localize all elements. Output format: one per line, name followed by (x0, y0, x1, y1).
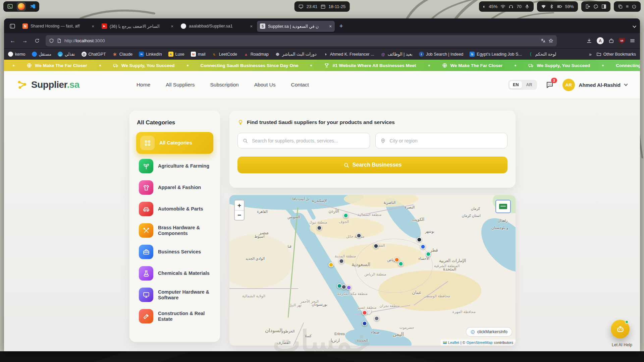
account-icon[interactable]: A (597, 37, 604, 44)
bookmark-item[interactable]: M mail (191, 52, 206, 57)
browser-tab[interactable]: S Supplier.sa | ن في السعودية × (257, 21, 335, 32)
location-input[interactable] (389, 138, 503, 144)
firefox-view-icon[interactable] (7, 21, 18, 32)
nav-link-contact[interactable]: Contact (291, 82, 309, 88)
browser-tab[interactable]: N Shared Hosting — fast, aff × (19, 21, 97, 32)
status-power-pill[interactable]: ≡ (614, 1, 641, 12)
site-logo[interactable]: Supplier.sa (17, 79, 79, 90)
category-item[interactable]: Automobile & Parts (136, 200, 213, 218)
status-group: ◐ 45% 70 59% ≡ (479, 1, 641, 12)
extensions-icon[interactable] (608, 38, 614, 44)
other-bookmarks[interactable]: Other Bookmarks (596, 52, 636, 57)
supplier-marker[interactable] (362, 321, 367, 326)
dock-vscode-icon[interactable] (28, 2, 37, 11)
bookmark-item[interactable]: ▲ Roadmap (244, 52, 269, 57)
bookmark-item[interactable]: A Luxe (168, 52, 184, 57)
supplier-marker[interactable] (398, 261, 403, 266)
lang-ar-button[interactable]: AR (523, 81, 535, 88)
supplier-marker[interactable] (426, 252, 431, 257)
dock-terminal-icon[interactable] (5, 2, 14, 11)
status-tools-pill[interactable] (581, 1, 610, 12)
nav-link-all-suppliers[interactable]: All Suppliers (166, 82, 195, 88)
bookmark-item[interactable]: i Job Search | Indeed (419, 52, 464, 57)
url-bar[interactable]: http://localhost:3000 (46, 35, 557, 46)
supplier-marker[interactable] (337, 284, 342, 289)
bookmark-item[interactable]: ◑ Ahmed K. Freelancer ... (323, 52, 374, 57)
browser-tab[interactable]: aaalabbad/Supplier.sa1 × (178, 21, 256, 32)
supplier-marker[interactable] (373, 243, 378, 248)
page-info-icon[interactable] (57, 38, 62, 43)
status-network-pill[interactable]: 59% (537, 1, 578, 12)
category-item[interactable]: Chemicals & Materials (136, 264, 213, 283)
tab-close-icon[interactable]: × (250, 24, 253, 29)
bookmark-item[interactable]: b Egypt's Leading Job S... (470, 52, 522, 57)
click-markers-info-button[interactable]: clickMarkersInfo (466, 327, 512, 337)
user-menu[interactable]: AR Ahmed Al-Rashid (562, 79, 627, 91)
downloads-icon[interactable] (586, 38, 592, 44)
zoom-in-button[interactable]: + (235, 200, 244, 210)
nav-link-about-us[interactable]: About Us (254, 82, 276, 88)
bookmark-item[interactable]: L LeetCode (212, 52, 237, 57)
status-audio-pill[interactable]: ◐ 45% 70 (479, 1, 534, 12)
browser-tab[interactable]: ▶ (36) الساحر الاضعف بيرجع با × (99, 21, 176, 32)
bookmark-item[interactable]: ن نفذلي (58, 52, 75, 57)
supplier-marker[interactable] (346, 285, 351, 290)
supplier-marker[interactable] (317, 225, 322, 230)
leaflet-link[interactable]: Leaflet (448, 341, 459, 345)
nav-link-home[interactable]: Home (137, 82, 150, 88)
category-item[interactable]: Computer Hardware & Software (136, 286, 213, 304)
translate-icon[interactable] (541, 38, 546, 43)
nav-link-subscription[interactable]: Subscription (210, 82, 238, 88)
bookmark-star-icon[interactable] (548, 38, 553, 43)
bookmarks-overflow-icon[interactable]: » (589, 52, 592, 57)
zoom-out-button[interactable]: − (235, 210, 244, 220)
tab-close-icon[interactable]: × (171, 24, 173, 29)
suppliers-map[interactable]: السعوديةمصراليمنالسودانالأردنقطرعمانارتر… (229, 195, 516, 346)
category-item[interactable]: All Categories (136, 132, 213, 154)
clock-widget[interactable]: 23:41 18-11-25 (294, 1, 350, 12)
supplier-marker[interactable] (341, 284, 346, 289)
supplier-marker[interactable] (356, 233, 361, 238)
category-item[interactable]: Construction & Real Estate (136, 307, 213, 325)
tab-close-icon[interactable]: × (92, 24, 94, 29)
luxe-icon: A (168, 52, 173, 57)
bookmark-item[interactable]: in LinkedIn (139, 52, 162, 57)
bookmark-item[interactable]: ⊕ دورات البث المباشر (275, 52, 317, 57)
ublock-icon[interactable]: U0 (619, 38, 625, 44)
category-item[interactable]: Agriculture & Farming (136, 157, 213, 175)
search-businesses-button[interactable]: Search Businesses (237, 157, 507, 173)
category-item[interactable]: Brass Hardware & Components (136, 221, 213, 240)
supplier-marker[interactable] (417, 237, 422, 242)
ai-help-fab[interactable] (611, 320, 630, 339)
bookmark-item[interactable]: ⟨ لوحة التحكم (528, 52, 556, 57)
new-tab-button[interactable]: + (336, 21, 346, 31)
list-all-tabs-icon[interactable] (633, 23, 635, 29)
category-item[interactable]: Business Services (136, 243, 213, 261)
search-icon (343, 162, 349, 168)
osm-link[interactable]: OpenStreetMap (467, 341, 493, 345)
bookmark-item[interactable]: @ بعيد | الوظائف (381, 52, 413, 57)
bookmark-item[interactable]: ◎ ChatGPT (82, 52, 106, 57)
messages-button[interactable]: 3 (546, 81, 554, 89)
bookmark-item[interactable]: kemo (8, 52, 25, 57)
supplier-marker[interactable] (362, 310, 367, 315)
back-button[interactable]: ← (7, 36, 18, 46)
reload-button[interactable] (32, 36, 42, 46)
category-item[interactable]: Apparel & Fashion (136, 178, 213, 197)
supplier-marker[interactable] (374, 316, 379, 321)
supplier-marker[interactable] (339, 259, 344, 264)
saudi-flag-button[interactable] (495, 200, 511, 213)
forward-button[interactable]: → (19, 36, 30, 46)
search-input[interactable] (251, 138, 365, 144)
app-menu-icon[interactable] (630, 38, 635, 44)
supplier-marker[interactable] (394, 257, 399, 262)
bookmark-item[interactable]: مستقل (32, 52, 51, 57)
dock-firefox-icon[interactable] (17, 2, 26, 11)
supplier-marker[interactable] (421, 244, 426, 249)
supplier-marker[interactable] (328, 262, 333, 267)
tab-close-icon[interactable]: × (329, 24, 332, 29)
supplier-marker[interactable] (343, 213, 348, 218)
linkedin-icon: in (139, 52, 144, 57)
bookmark-item[interactable]: ∗ Claude (112, 52, 133, 57)
lang-en-button[interactable]: EN (509, 81, 522, 88)
